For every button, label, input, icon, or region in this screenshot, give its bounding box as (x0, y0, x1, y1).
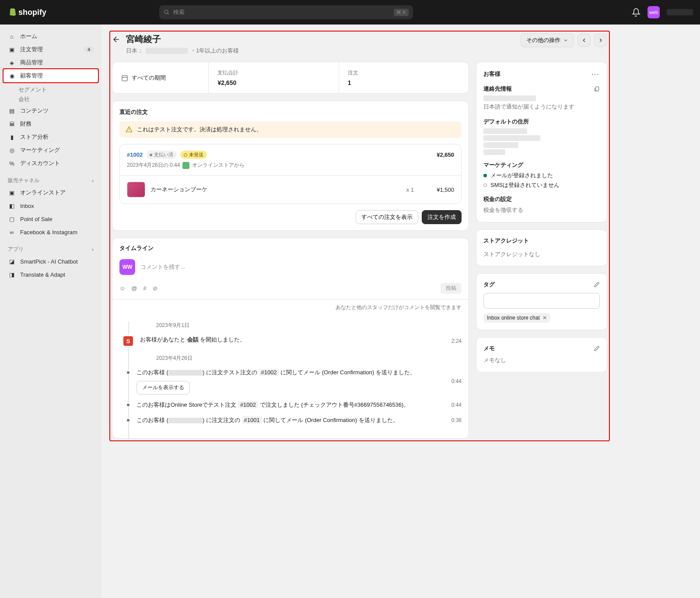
tax-label: 税金の設定 (483, 195, 600, 203)
chevron-right-icon[interactable]: › (92, 178, 94, 184)
percent-icon: % (8, 159, 16, 167)
more-icon[interactable]: ⋯ (591, 69, 600, 79)
stats-card: すべての期間 支払合計 ¥2,650 注文 1 (112, 62, 469, 94)
page-header: 宮崎綾子 日本： ・1年以上のお客様 その他の操作 (112, 33, 607, 55)
chart-icon: ▮ (8, 133, 16, 141)
search-icon (164, 9, 170, 15)
sidebar: ⌂ホーム ▣注文管理4 ◈商品管理 ◉顧客管理 セグメント 会社 ▤コンテンツ … (0, 25, 102, 598)
orders-value: 1 (348, 79, 460, 86)
hashtag-icon[interactable]: # (143, 285, 146, 292)
nav-orders[interactable]: ▣注文管理4 (4, 43, 98, 56)
nav-home[interactable]: ⌂ホーム (4, 30, 98, 43)
nav-online-store[interactable]: ▣オンラインストア (4, 186, 98, 199)
nav-marketing[interactable]: ◎マーケティング (4, 144, 98, 157)
sales-channels-header: 販売チャネル› (4, 173, 98, 186)
prev-button[interactable] (578, 34, 591, 47)
redacted-address (483, 128, 527, 134)
item-qty: x 1 (406, 186, 414, 193)
target-icon: ◎ (8, 146, 16, 154)
nav-companies[interactable]: 会社 (4, 95, 98, 104)
user-avatar[interactable]: web (648, 6, 660, 18)
tags-card: タグ Inbox online store chat✕ (476, 273, 607, 330)
search-input[interactable]: 検索 ⌘K (159, 5, 413, 19)
memo-card: メモ メモなし (476, 337, 607, 373)
post-button[interactable]: 投稿 (441, 283, 462, 294)
pos-icon: ▢ (8, 215, 16, 223)
other-actions-button[interactable]: その他の操作 (521, 33, 574, 47)
tags-title: タグ (483, 281, 495, 288)
next-button[interactable] (594, 34, 607, 47)
attach-icon[interactable]: ⊘ (153, 285, 158, 292)
contact-label: 連絡先情報 (483, 85, 512, 93)
timeline-privacy-note: あなたと他のスタッフだけがコメントを閲覧できます (112, 299, 469, 314)
tag-input[interactable] (483, 293, 600, 309)
nav-segments[interactable]: セグメント (4, 85, 98, 95)
timeline-event: このお客様 () に注文テスト注文の #1002 に関してメール (Order … (130, 368, 462, 394)
page-title: 宮崎綾子 (126, 33, 239, 45)
order-line-item: カーネーションブーケ x 1 ¥1,500 (120, 175, 461, 204)
comment-input[interactable]: コメントを残す... (140, 263, 462, 271)
apps-header: アプリ› (4, 242, 98, 255)
chat-icon: ◧ (8, 202, 16, 210)
kbd-shortcut: ⌘K (394, 9, 409, 16)
nav-customers[interactable]: ◉顧客管理 (4, 69, 98, 82)
nav-content[interactable]: ▤コンテンツ (4, 104, 98, 117)
calendar-icon (121, 74, 128, 81)
pencil-icon[interactable] (594, 345, 600, 352)
marketing-label: マーケティング (483, 161, 600, 169)
inbox-icon: ▣ (8, 46, 16, 53)
clipboard-icon[interactable] (594, 86, 600, 92)
create-order-button[interactable]: 注文を作成 (422, 210, 462, 224)
nav-inbox[interactable]: ◧Inbox (4, 199, 98, 212)
timeline-date: 2023年4月26日 (156, 355, 462, 362)
item-thumbnail (127, 182, 145, 197)
svg-rect-4 (596, 87, 599, 91)
show-email-button[interactable]: メールを表示する (136, 381, 190, 394)
timeline-date: 2023年9月1日 (156, 322, 462, 329)
orders-label: 注文 (348, 69, 460, 77)
chevron-right-icon (598, 37, 604, 43)
nav-analytics[interactable]: ▮ストア分析 (4, 130, 98, 144)
remove-tag-icon[interactable]: ✕ (542, 315, 547, 321)
nav-pos[interactable]: ▢Point of Sale (4, 212, 98, 225)
nav-fb-ig[interactable]: ∞Facebook & Instagram (4, 225, 98, 239)
image-icon: ▤ (8, 107, 16, 115)
app-icon: ◪ (8, 257, 16, 265)
recent-orders-title: 直近の注文 (119, 108, 462, 116)
logo[interactable]: shopify (7, 7, 46, 17)
timeline-title: タイムライン (112, 238, 469, 257)
mention-icon[interactable]: @ (131, 285, 137, 292)
main-content: 宮崎綾子 日本： ・1年以上のお客様 その他の操作 (102, 25, 618, 598)
order-link[interactable]: #1002 (127, 151, 143, 158)
event-dot-icon (126, 403, 130, 407)
memo-text: メモなし (483, 356, 600, 365)
pencil-icon[interactable] (594, 281, 600, 288)
view-all-orders-button[interactable]: すべての注文を表示 (356, 210, 418, 224)
paid-badge: 支払い済 (146, 151, 177, 159)
redacted-address (483, 149, 505, 155)
notifications-icon[interactable] (632, 8, 640, 17)
person-icon: ◉ (8, 72, 16, 80)
nav-discounts[interactable]: %ディスカウント (4, 157, 98, 170)
unfulfilled-badge: 未発送 (180, 151, 207, 159)
customer-duration: ・1年以上のお客様 (190, 47, 239, 55)
contact-note: 日本語で通知が届くようになります (483, 102, 600, 112)
nav-products[interactable]: ◈商品管理 (4, 56, 98, 69)
back-button[interactable] (112, 35, 121, 45)
credit-title: ストアクレジット (483, 237, 600, 245)
sms-status: SMSは登録されていません (483, 181, 600, 189)
redacted-email (168, 370, 203, 376)
timeline-card: タイムライン WW コメントを残す... ☺ @ # ⊘ 投稿 あなたと他のスタ… (112, 238, 469, 439)
nav-finance[interactable]: 🏛財務 (4, 117, 98, 130)
period-selector[interactable]: すべての期間 (112, 62, 208, 93)
nav-translate[interactable]: ◨Translate & Adapt (4, 268, 98, 281)
redacted-region (146, 48, 188, 54)
store-credit-card: ストアクレジット ストアクレジットなし (476, 229, 607, 267)
online-store-icon (182, 162, 189, 169)
chevron-right-icon[interactable]: › (92, 246, 94, 253)
topbar: shopify 検索 ⌘K web (0, 0, 700, 25)
search-placeholder: 検索 (173, 8, 185, 16)
order-summary: #1002 支払い済 未発送 ¥2,650 2023年4月26日の 0:44 オ… (119, 144, 462, 204)
emoji-icon[interactable]: ☺ (119, 285, 125, 292)
nav-smartpick[interactable]: ◪SmartPick - AI Chatbot (4, 255, 98, 268)
